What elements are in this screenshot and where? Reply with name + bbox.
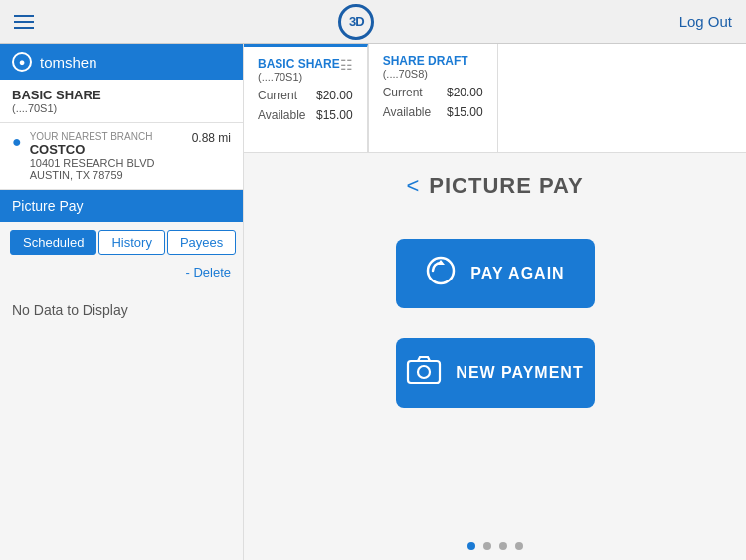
svg-rect-2 bbox=[408, 361, 440, 383]
app-logo: 3D bbox=[338, 4, 374, 40]
share-draft-current-row: Current $20.00 bbox=[383, 86, 483, 99]
account-name: BASIC SHARE bbox=[12, 88, 231, 102]
draft-available-label: Available bbox=[383, 105, 431, 119]
camera-icon bbox=[406, 354, 442, 393]
pay-again-button[interactable]: PAY AGAIN bbox=[396, 239, 595, 308]
dot-4 bbox=[515, 542, 523, 550]
refresh-icon bbox=[425, 255, 457, 293]
delete-link[interactable]: - Delete bbox=[185, 265, 231, 280]
left-panel: ● tomshen BASIC SHARE (....70S1) ● YOUR … bbox=[0, 44, 244, 560]
branch-address: 10401 RESEARCH BLVD bbox=[30, 157, 184, 169]
pay-again-label: PAY AGAIN bbox=[470, 265, 564, 282]
new-payment-button[interactable]: NEW PAYMENT bbox=[396, 338, 595, 408]
branch-name: COSTCO bbox=[30, 142, 184, 157]
branch-row: ● YOUR NEAREST BRANCH COSTCO 10401 RESEA… bbox=[0, 123, 243, 190]
new-payment-label: NEW PAYMENT bbox=[456, 364, 583, 382]
account-number: (....70S1) bbox=[12, 102, 231, 114]
logout-button[interactable]: Log Out bbox=[679, 13, 732, 30]
hamburger-menu-icon[interactable] bbox=[14, 15, 34, 29]
branch-distance: 0.88 mi bbox=[192, 131, 231, 145]
grid-icon: ☷ bbox=[340, 57, 353, 73]
share-draft-card[interactable]: SHARE DRAFT (....70S8) Current $20.00 Av… bbox=[369, 44, 498, 152]
share-draft-available-row: Available $15.00 bbox=[383, 105, 483, 119]
logo-circle: 3D bbox=[338, 4, 374, 40]
share-draft-num: (....70S8) bbox=[383, 68, 468, 80]
available-label: Available bbox=[258, 108, 305, 122]
delete-row: - Delete bbox=[0, 263, 243, 286]
location-pin-icon: ● bbox=[12, 133, 22, 151]
back-arrow-icon[interactable]: < bbox=[406, 173, 419, 199]
branch-label: YOUR NEAREST BRANCH bbox=[30, 131, 184, 142]
account-info-row: BASIC SHARE (....70S1) bbox=[0, 80, 243, 123]
basic-share-current-row: Current $20.00 bbox=[258, 89, 353, 102]
picture-pay-main: < PICTURE PAY PAY AGAIN bbox=[244, 153, 746, 532]
action-buttons: PAY AGAIN NEW PAYMENT bbox=[244, 209, 746, 438]
tab-history[interactable]: History bbox=[98, 230, 164, 255]
picture-pay-main-title: PICTURE PAY bbox=[429, 173, 583, 199]
current-label: Current bbox=[258, 89, 297, 102]
basic-share-available-row: Available $15.00 bbox=[258, 108, 353, 122]
right-panel: BASIC SHARE (....70S1) ☷ Current $20.00 … bbox=[244, 44, 746, 560]
pagination-dots bbox=[244, 532, 746, 560]
tabs-row: Scheduled History Payees bbox=[0, 222, 243, 263]
tab-payees[interactable]: Payees bbox=[167, 230, 236, 255]
draft-current-label: Current bbox=[383, 86, 423, 99]
draft-current-value: $20.00 bbox=[447, 86, 483, 99]
dot-3 bbox=[499, 542, 507, 550]
accounts-bar: BASIC SHARE (....70S1) ☷ Current $20.00 … bbox=[244, 44, 746, 153]
svg-point-3 bbox=[418, 366, 430, 378]
draft-available-value: $15.00 bbox=[447, 105, 483, 119]
branch-info: YOUR NEAREST BRANCH COSTCO 10401 RESEARC… bbox=[30, 131, 184, 181]
app-header: 3D Log Out bbox=[0, 0, 746, 44]
basic-share-title: BASIC SHARE bbox=[258, 57, 340, 71]
dot-1 bbox=[467, 542, 475, 550]
available-value: $15.00 bbox=[316, 108, 353, 122]
tab-scheduled[interactable]: Scheduled bbox=[10, 230, 96, 255]
user-row: ● tomshen bbox=[0, 44, 243, 80]
dot-2 bbox=[483, 542, 491, 550]
branch-city-state: AUSTIN, TX 78759 bbox=[30, 169, 184, 181]
current-value: $20.00 bbox=[316, 89, 353, 102]
main-content: ● tomshen BASIC SHARE (....70S1) ● YOUR … bbox=[0, 44, 746, 560]
no-data-message: No Data to Display bbox=[0, 286, 243, 334]
logo-text: 3D bbox=[349, 14, 364, 29]
basic-share-card[interactable]: BASIC SHARE (....70S1) ☷ Current $20.00 … bbox=[244, 44, 368, 152]
share-draft-title: SHARE DRAFT bbox=[383, 54, 468, 68]
user-icon: ● bbox=[12, 52, 32, 72]
username: tomshen bbox=[40, 54, 97, 71]
picture-pay-nav: < PICTURE PAY bbox=[244, 153, 746, 209]
picture-pay-sidebar-header: Picture Pay bbox=[0, 190, 243, 222]
basic-share-num: (....70S1) bbox=[258, 71, 340, 83]
